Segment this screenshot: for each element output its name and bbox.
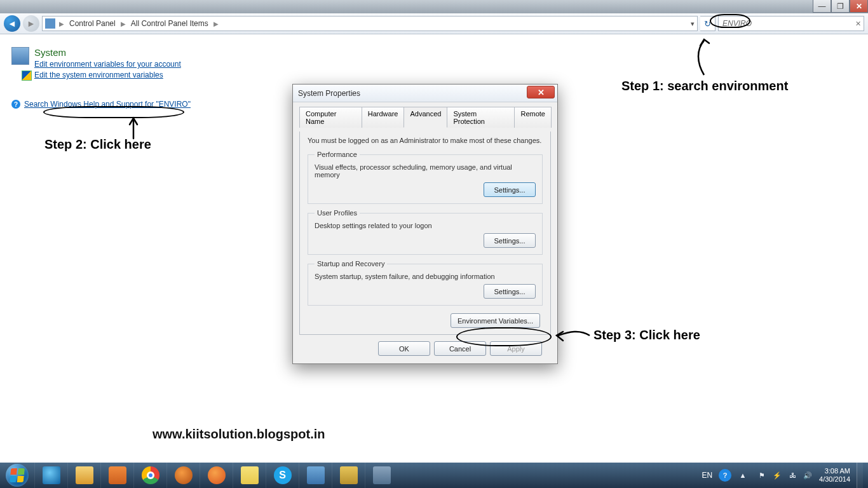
firefox-icon [208, 466, 226, 484]
volume-icon[interactable]: 🔊 [803, 470, 813, 480]
help-tray-icon[interactable]: ? [719, 469, 731, 482]
media-player-icon [109, 466, 126, 484]
tab-computer-name[interactable]: Computer Name [299, 107, 362, 128]
window-maximize-button[interactable]: ❐ [831, 0, 850, 13]
window-close-button[interactable]: ✕ [850, 0, 868, 13]
tray-clock[interactable]: 3:08 AM 4/30/2014 [819, 467, 850, 484]
taskbar-system-properties[interactable] [365, 463, 398, 488]
control-panel-icon [45, 18, 55, 29]
user-profiles-settings-button[interactable]: Settings... [484, 233, 536, 248]
annotation-step3: Step 3: Click here [593, 328, 700, 342]
breadcrumb-all-items[interactable]: All Control Panel Items [127, 17, 212, 30]
annotation-step2: Step 2: Click here [44, 137, 151, 152]
browser-tab-strip: — ❐ ✕ [0, 0, 868, 13]
internet-explorer-icon [43, 466, 60, 484]
help-search-link[interactable]: Search Windows Help and Support for "ENV… [24, 100, 191, 109]
dialog-close-button[interactable]: ✕ [527, 86, 555, 98]
taskbar-skype[interactable]: S [266, 463, 299, 488]
help-icon: ? [11, 100, 20, 109]
tab-advanced[interactable]: Advanced [403, 107, 447, 128]
folder-icon [76, 466, 93, 484]
sticky-notes-icon [241, 466, 259, 484]
legend-performance: Performance [315, 151, 360, 158]
chevron-right-icon: ▶ [121, 20, 126, 27]
chrome-icon [142, 466, 159, 484]
taskbar-firefox[interactable] [200, 463, 233, 488]
tray-language[interactable]: EN [702, 471, 712, 480]
annotation-step1: Step 1: search environment [621, 79, 788, 93]
taskbar: S EN ? ▲ ⚑ ⚡ 🖧 🔊 3:08 AM 4/30/2014 [0, 463, 868, 488]
window-minimize-button[interactable]: — [813, 0, 831, 13]
clear-search-icon[interactable]: ✕ [855, 20, 861, 28]
admin-note: You must be logged on as an Administrato… [308, 137, 543, 144]
chevron-right-icon: ▶ [214, 20, 219, 27]
group-startup-recovery: Startup and Recovery System startup, sys… [308, 260, 543, 306]
group-performance: Performance Visual effects, processor sc… [308, 151, 543, 204]
tray-date: 4/30/2014 [819, 475, 850, 484]
legend-startup-recovery: Startup and Recovery [315, 260, 387, 268]
address-bar[interactable]: ▶ Control Panel ▶ All Control Panel Item… [42, 16, 698, 31]
link-edit-system-env-vars[interactable]: Edit the system environment variables [34, 71, 253, 81]
taskbar-app-gold[interactable] [332, 463, 365, 488]
network-icon[interactable]: 🖧 [787, 470, 797, 480]
tab-remote[interactable]: Remote [514, 107, 552, 128]
system-properties-icon [373, 466, 391, 484]
result-heading-system: System [11, 47, 253, 58]
system-tray: EN ? ▲ ⚑ ⚡ 🖧 🔊 3:08 AM 4/30/2014 [696, 463, 868, 488]
start-button[interactable] [0, 463, 34, 488]
flame-icon [175, 466, 193, 484]
taskbar-app-orange[interactable] [166, 463, 200, 488]
search-results: System Edit environment variables for yo… [11, 47, 253, 109]
environment-variables-button[interactable]: Environment Variables... [451, 313, 540, 328]
taskbar-control-panel[interactable] [299, 463, 332, 488]
legend-user-profiles: User Profiles [315, 209, 360, 217]
gold-app-icon [340, 466, 358, 484]
refresh-button[interactable]: ↻ [700, 16, 715, 31]
show-desktop-button[interactable] [857, 463, 863, 488]
search-input[interactable] [721, 18, 861, 29]
annotation-website: www.kiitsolution.blogspot.in [153, 427, 325, 442]
apply-button[interactable]: Apply [490, 341, 542, 356]
dialog-tabs: Computer Name Hardware Advanced System P… [299, 106, 551, 128]
startup-recovery-settings-button[interactable]: Settings... [484, 284, 536, 299]
power-icon[interactable]: ⚡ [772, 470, 782, 480]
action-center-icon[interactable]: ⚑ [757, 470, 767, 480]
dialog-titlebar[interactable]: System Properties ✕ [293, 85, 557, 102]
cancel-button[interactable]: Cancel [434, 341, 486, 356]
taskbar-explorer[interactable] [67, 463, 100, 488]
link-edit-user-env-vars[interactable]: Edit environment variables for your acco… [34, 60, 253, 69]
taskbar-media-player[interactable] [100, 463, 133, 488]
tab-system-protection[interactable]: System Protection [447, 107, 515, 128]
group-user-profiles: User Profiles Desktop settings related t… [308, 209, 543, 255]
performance-desc: Visual effects, processor scheduling, me… [315, 163, 536, 179]
chevron-right-icon: ▶ [59, 20, 64, 27]
taskbar-chrome[interactable] [133, 463, 166, 488]
system-properties-dialog: System Properties ✕ Computer Name Hardwa… [292, 84, 558, 364]
breadcrumb-control-panel[interactable]: Control Panel [65, 17, 119, 30]
taskbar-sticky-notes[interactable] [233, 463, 266, 488]
chevron-up-icon[interactable]: ▲ [738, 470, 748, 480]
control-panel-icon [307, 466, 325, 484]
nav-back-button[interactable]: ◄ [4, 15, 20, 32]
dialog-title: System Properties [298, 89, 360, 98]
startup-recovery-desc: System startup, system failure, and debu… [315, 273, 536, 280]
tab-hardware[interactable]: Hardware [362, 107, 405, 128]
explorer-toolbar: ◄ ► ▶ Control Panel ▶ All Control Panel … [0, 13, 868, 34]
tab-pane-advanced: You must be logged on as an Administrato… [299, 132, 551, 335]
nav-forward-button[interactable]: ► [23, 15, 39, 32]
tray-time: 3:08 AM [819, 467, 850, 475]
user-profiles-desc: Desktop settings related to your logon [315, 222, 536, 229]
system-icon [11, 47, 29, 65]
taskbar-ie[interactable] [34, 463, 67, 488]
ok-button[interactable]: OK [378, 341, 430, 356]
skype-icon: S [274, 466, 292, 484]
performance-settings-button[interactable]: Settings... [484, 182, 536, 197]
explorer-content: System Edit environment variables for yo… [0, 34, 868, 470]
control-panel-search[interactable]: ✕ [718, 16, 864, 31]
